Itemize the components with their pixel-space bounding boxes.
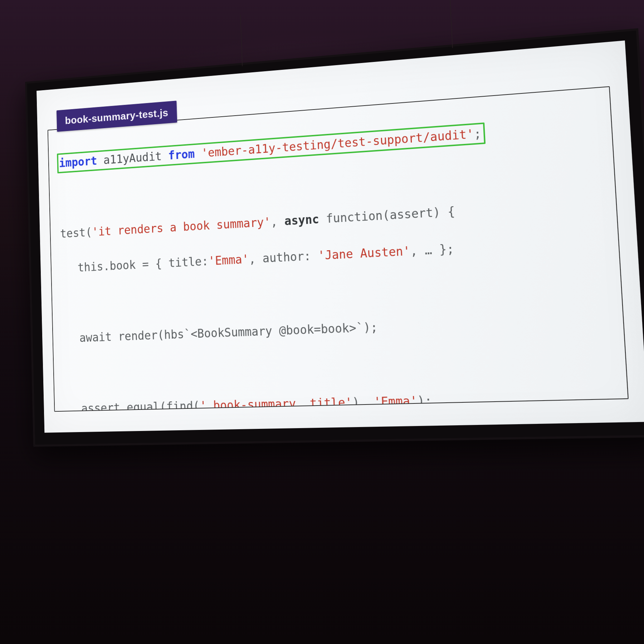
code-text: this.book = { title: [78, 254, 209, 274]
code-block: import a11yAudit from 'ember-a11y-testin… [48, 86, 629, 412]
string-literal: 'it renders a book summary' [92, 215, 271, 238]
keyword-import: import [59, 154, 97, 170]
string-literal: '.book-summary .title' [200, 395, 353, 412]
filename-text: book-summary-test.js [65, 107, 168, 126]
projector-screen: book-summary-test.js import a11yAudit fr… [25, 28, 644, 447]
code-line-book-assign: this.book = { title:'Emma', author: 'Jan… [61, 231, 609, 277]
identifier: a11yAudit [103, 150, 162, 167]
code-text: assert.equal(find( [81, 399, 200, 412]
blank-line [63, 348, 616, 382]
string-literal: 'Emma' [374, 394, 418, 409]
code-text: ); [417, 393, 432, 408]
slide-surface: book-summary-test.js import a11yAudit fr… [36, 40, 644, 433]
code-text: test( [60, 225, 92, 240]
string-literal: 'Emma' [208, 252, 249, 268]
keyword-from: from [168, 147, 195, 163]
code-text: , … }; [410, 242, 454, 258]
string-literal: 'Jane Austen' [318, 244, 411, 262]
code-text: function(assert) { [319, 204, 455, 226]
code-text: render(hbs`<BookSummary @book=book>`); [112, 320, 378, 343]
highlight-import: import a11yAudit from 'ember-a11y-testin… [57, 122, 486, 173]
blank-line [62, 270, 611, 312]
string-literal: 'ember-a11y-testing/test-support/audit' [201, 127, 474, 160]
semicolon: ; [473, 126, 482, 141]
code-line-assert-1: assert.equal(find('.book-summary .title'… [64, 387, 619, 412]
keyword-async: async [284, 212, 319, 228]
code-line-render: await render(hbs`<BookSummary @book=book… [63, 309, 614, 347]
code-text: ), [352, 395, 374, 410]
code-text: , author: [249, 249, 318, 266]
keyword-await: await [79, 330, 112, 345]
comma: , [270, 214, 285, 229]
